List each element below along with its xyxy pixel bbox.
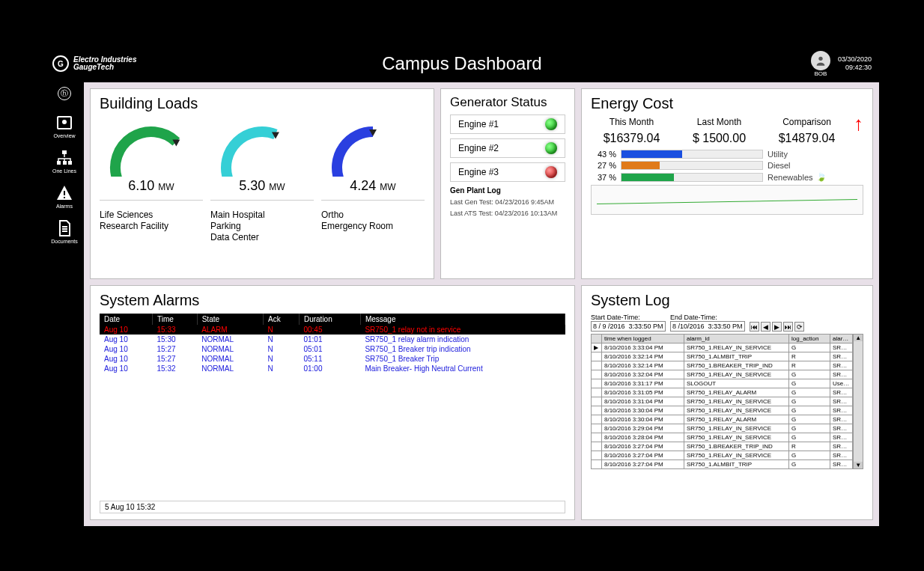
log-row[interactable]: 8/10/2016 3:30:04 PMSR750_1.RELAY_IN_SER… — [592, 406, 853, 415]
collapse-button[interactable]: ⓗ — [58, 87, 71, 100]
energy-last-month: $ 1500.00 — [678, 132, 760, 145]
log-row[interactable]: 8/10/2016 3:27:04 PMSR750_1.RELAY_IN_SER… — [592, 451, 853, 460]
log-row[interactable]: 8/10/2016 3:27:04 PMSR750_1.ALMBIT_TRIPG… — [592, 460, 853, 469]
system-alarms-card: System Alarms DateTimeStateAckDurationMe… — [90, 285, 575, 520]
trend-up-icon: ↑ — [854, 117, 863, 130]
log-row[interactable]: 8/10/2016 3:28:04 PMSR750_1.RELAY_IN_SER… — [592, 433, 853, 442]
status-led-icon — [545, 142, 557, 154]
gen-log-title: Gen Plant Log — [450, 186, 565, 195]
sidebar-item-alarms[interactable]: Alarms — [55, 184, 73, 209]
log-header[interactable]: time when logged — [602, 335, 684, 343]
gauge-icon — [100, 117, 203, 177]
alarm-header[interactable]: State — [197, 314, 263, 325]
log-row[interactable]: 8/10/2016 3:31:04 PMSR750_1.RELAY_IN_SER… — [592, 397, 853, 406]
energy-bar-2: 37 % Renewables 🍃 — [591, 172, 863, 182]
sidebar: ⓗ Overview One Lines Alarms Documents — [45, 82, 84, 526]
system-log-card: System Log Start Date-Time: End Date-Tim… — [581, 285, 873, 520]
generator-status-card: Generator Status Engine #1 Engine #2 Eng… — [440, 88, 575, 279]
datetime: 03/30/2020 09:42:30 — [838, 55, 872, 72]
log-refresh-button[interactable]: ⟳ — [794, 322, 804, 332]
log-row[interactable]: 8/10/2016 3:32:14 PMSR750_1.ALMBIT_TRIPR… — [592, 352, 853, 361]
load-gauge-0[interactable]: 6.10 MW Life SciencesResearch Facility — [100, 117, 203, 247]
alarm-row[interactable]: Aug 1015:27NORMALN05:11SR750_1 Breaker T… — [100, 354, 565, 364]
log-row[interactable]: 8/10/2016 3:32:14 PMSR750_1.BREAKER_TRIP… — [592, 361, 853, 370]
alarms-table[interactable]: DateTimeStateAckDurationMessage Aug 1015… — [100, 314, 565, 373]
energy-cost-card: Energy Cost This Month $16379.04 Last Mo… — [581, 88, 873, 279]
header: G Electro Industries GaugeTech Campus Da… — [45, 45, 879, 82]
page-title: Campus Dashboard — [382, 53, 541, 74]
app-window: G Electro Industries GaugeTech Campus Da… — [45, 45, 879, 526]
alarm-header[interactable]: Date — [100, 314, 152, 325]
energy-bar-0: 43 % Utility — [591, 150, 863, 159]
svg-rect-3 — [62, 150, 67, 154]
generator-title: Generator Status — [450, 95, 565, 110]
log-last-button[interactable]: ⏭ — [783, 322, 793, 332]
map-pin-icon — [55, 114, 73, 132]
gauge-icon — [321, 117, 425, 177]
log-header[interactable]: alarm_id — [684, 335, 789, 343]
alarm-row[interactable]: Aug 1015:32NORMALN01:00Main Breaker- Hig… — [100, 364, 565, 373]
building-loads-card: Building Loads 6.10 MW Life SciencesRese… — [90, 88, 434, 279]
log-start-input[interactable] — [591, 321, 666, 332]
alarm-header[interactable]: Time — [152, 314, 197, 325]
content: Building Loads 6.10 MW Life SciencesRese… — [84, 82, 879, 526]
log-table[interactable]: time when loggedalarm_idlog_actionalarm_… — [591, 334, 853, 469]
engine-row-2[interactable]: Engine #3 — [450, 162, 565, 182]
log-prev-button[interactable]: ◀ — [761, 322, 770, 332]
alarm-header[interactable]: Duration — [299, 314, 360, 325]
energy-comparison: $14879.04 — [766, 132, 848, 145]
sidebar-item-one-lines[interactable]: One Lines — [52, 149, 76, 174]
log-next-button[interactable]: ▶ — [772, 322, 782, 332]
sidebar-item-documents[interactable]: Documents — [51, 219, 77, 244]
log-header[interactable] — [592, 335, 602, 343]
alarm-row[interactable]: Aug 1015:30NORMALN01:01SR750_1 relay ala… — [100, 335, 565, 344]
log-header[interactable]: log_action — [789, 335, 830, 343]
gen-last-test: Last Gen Test: 04/23/2016 9:45AM — [450, 198, 565, 206]
brand-line2: GaugeTech — [73, 64, 136, 71]
alarm-row[interactable]: Aug 1015:27NORMALN05:01SR750_1 Breaker t… — [100, 344, 565, 354]
svg-point-0 — [818, 56, 822, 60]
engine-row-1[interactable]: Engine #2 — [450, 138, 565, 158]
svg-rect-4 — [57, 161, 61, 165]
log-header[interactable]: alarm_message — [830, 335, 853, 343]
log-row[interactable]: 8/10/2016 3:31:17 PMSLOGOUTGUser: IEMS@C… — [592, 379, 853, 388]
alarm-header[interactable]: Ack — [264, 314, 300, 325]
log-scrollbar[interactable] — [853, 334, 863, 469]
alarm-row[interactable]: Aug 1015:33ALARMN00:45SR750_1 relay not … — [100, 325, 565, 335]
energy-this-month: $16379.04 — [591, 132, 672, 145]
hierarchy-icon — [55, 149, 73, 167]
warning-icon — [55, 184, 73, 202]
alarm-footer: 5 Aug 10 15:32 — [100, 501, 565, 513]
svg-rect-7 — [64, 191, 65, 195]
brand-logo-icon: G — [52, 55, 69, 72]
svg-rect-8 — [64, 197, 65, 198]
log-end-input[interactable] — [670, 321, 745, 332]
engine-row-0[interactable]: Engine #1 — [450, 114, 565, 134]
system-alarms-title: System Alarms — [100, 292, 565, 309]
energy-bar-1: 27 % Diesel — [591, 161, 863, 170]
energy-sparkline — [591, 185, 863, 215]
log-row[interactable]: 8/10/2016 3:31:05 PMSR750_1.RELAY_ALARMG… — [592, 388, 853, 397]
status-led-icon — [545, 166, 557, 178]
energy-title: Energy Cost — [591, 95, 863, 112]
leaf-icon: 🍃 — [816, 172, 827, 182]
log-row[interactable]: 8/10/2016 3:27:04 PMSR750_1.BREAKER_TRIP… — [592, 442, 853, 451]
sidebar-item-overview[interactable]: Overview — [53, 114, 75, 138]
load-gauge-1[interactable]: 5.30 MW Main HospitalParkingData Center — [210, 117, 314, 247]
user-name: BOB — [811, 70, 830, 77]
log-row[interactable]: 8/10/2016 3:32:04 PMSR750_1.RELAY_IN_SER… — [592, 370, 853, 379]
alarm-header[interactable]: Message — [360, 314, 565, 325]
load-gauge-2[interactable]: 4.24 MW OrthoEmergency Room — [321, 117, 425, 247]
log-row[interactable]: 8/10/2016 3:29:04 PMSR750_1.RELAY_IN_SER… — [592, 424, 853, 433]
avatar-icon[interactable] — [811, 51, 830, 70]
status-led-icon — [545, 118, 557, 130]
system-log-title: System Log — [591, 292, 863, 309]
log-row[interactable]: 8/10/2016 3:30:04 PMSR750_1.RELAY_ALARMG… — [592, 415, 853, 424]
gen-last-ats: Last ATS Test: 04/23/2016 10:13AM — [450, 210, 565, 217]
gauge-icon — [210, 117, 314, 177]
svg-rect-6 — [68, 161, 72, 165]
log-nav-buttons: ⏮ ◀ ▶ ⏭ ⟳ — [750, 322, 804, 332]
log-first-button[interactable]: ⏮ — [750, 322, 759, 332]
log-row[interactable]: ▶8/10/2016 3:33:04 PMSR750_1.RELAY_IN_SE… — [592, 343, 853, 352]
svg-rect-5 — [63, 161, 67, 165]
